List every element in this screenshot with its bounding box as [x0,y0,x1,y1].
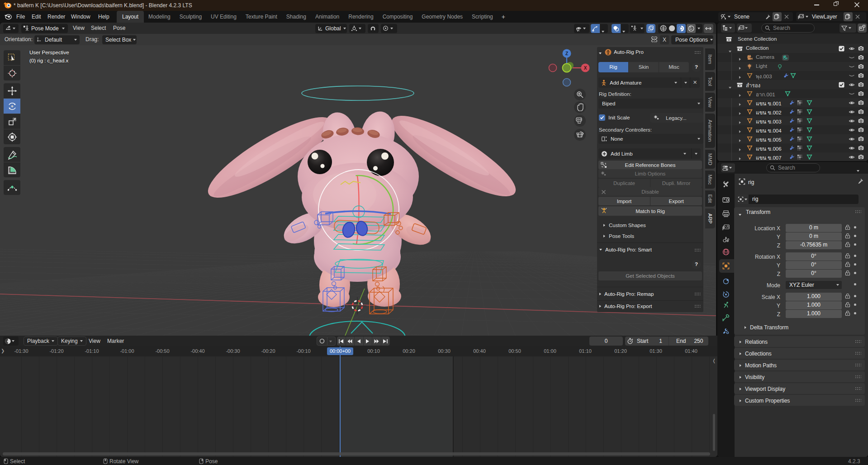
svg-text:Z: Z [565,51,568,56]
svg-text:X: X [584,66,587,71]
